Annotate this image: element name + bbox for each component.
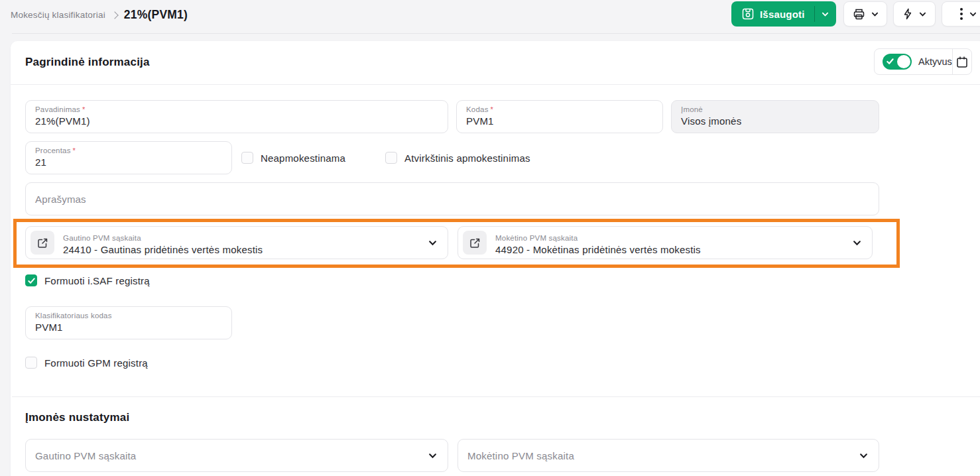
page-title: 21%(PVM1) xyxy=(124,8,188,22)
active-toggle[interactable] xyxy=(883,54,912,70)
save-button-main[interactable]: Išsaugoti xyxy=(731,1,814,27)
check-icon xyxy=(887,58,894,65)
section-divider xyxy=(12,396,980,397)
toggle-knob xyxy=(897,55,910,68)
checkbox-atvirkstinis[interactable]: Atvirkštinis apmokestinimas xyxy=(385,152,530,164)
moketino-pvm-dropdown[interactable]: Mokėtino PVM sąskaita 44920 - Mokėtinas … xyxy=(458,226,873,259)
breadcrumb-chevron-icon xyxy=(111,11,118,19)
gautino-pvm-value: 24410 - Gautinas pridėtinės vertės mokes… xyxy=(63,244,423,255)
actions-button[interactable] xyxy=(893,1,936,27)
calendar-icon xyxy=(956,56,968,68)
gautino-pvm-dropdown[interactable]: Gautino PVM sąskaita 24410 - Gautinas pr… xyxy=(25,226,448,259)
pavadinimas-value[interactable]: 21%(PVM1) xyxy=(35,115,438,127)
more-options-button[interactable] xyxy=(942,1,980,27)
status-pill: Aktyvus xyxy=(874,48,972,75)
main-section-title: Pagrindinė informacija xyxy=(25,56,150,69)
save-icon xyxy=(742,8,754,20)
active-toggle-label: Aktyvus xyxy=(918,56,952,67)
imone-value: Visos įmonės xyxy=(681,115,869,127)
checkbox-box[interactable] xyxy=(241,152,253,164)
checkbox-box[interactable] xyxy=(25,274,37,286)
klasifikatoriaus-kodas-field[interactable]: Klasifikatoriaus kodas PVM1 xyxy=(25,306,232,339)
check-icon xyxy=(28,277,35,284)
aprasymas-placeholder: Aprašymas xyxy=(35,194,86,205)
klasifikatoriaus-kodas-value[interactable]: PVM1 xyxy=(35,322,222,333)
printer-icon xyxy=(853,8,865,21)
form-card: Pagrindinė informacija Aktyvus Pavadinim… xyxy=(11,41,980,476)
checkbox-neapmokestinama[interactable]: Neapmokestinama xyxy=(241,152,345,164)
breadcrumb-parent-link[interactable]: Mokesčių klasifikatoriai xyxy=(11,10,105,20)
print-button[interactable] xyxy=(843,1,887,27)
checkbox-formuoti-gpm[interactable]: Formuoti GPM registrą xyxy=(25,357,148,369)
kodas-value[interactable]: PVM1 xyxy=(466,115,653,127)
tax-classifier-page: Mokesčių klasifikatoriai 21%(PVM1) Išsau… xyxy=(0,0,980,476)
top-bar: Mokesčių klasifikatoriai 21%(PVM1) Išsau… xyxy=(0,0,980,33)
required-mark: * xyxy=(491,105,493,113)
breadcrumb: Mokesčių klasifikatoriai 21%(PVM1) xyxy=(11,0,188,29)
topbar-divider xyxy=(12,33,980,34)
save-button[interactable]: Išsaugoti xyxy=(731,1,836,27)
required-mark: * xyxy=(73,147,76,154)
open-account-button[interactable] xyxy=(463,231,487,255)
aprasymas-field[interactable]: Aprašymas xyxy=(25,182,879,215)
pavadinimas-field[interactable]: Pavadinimas* 21%(PVM1) xyxy=(25,100,448,133)
checkbox-box[interactable] xyxy=(25,357,37,369)
procentas-value[interactable]: 21 xyxy=(35,156,222,168)
header-divider xyxy=(11,84,980,85)
checkbox-box[interactable] xyxy=(385,152,397,164)
company-section-title: Įmonės nustatymai xyxy=(25,411,129,424)
imone-field: Įmonė Visos įmonės xyxy=(671,100,879,133)
checkbox-formuoti-isaf[interactable]: Formuoti i.SAF registrą xyxy=(25,274,150,286)
company-moketino-pvm-dropdown[interactable]: Mokėtino PVM sąskaita xyxy=(458,439,879,472)
chevron-down-icon xyxy=(859,451,868,460)
chevron-down-icon xyxy=(428,239,437,247)
kodas-field[interactable]: Kodas* PVM1 xyxy=(456,100,663,133)
save-dropdown-toggle[interactable] xyxy=(814,1,836,27)
lightning-icon xyxy=(902,8,913,20)
company-gautino-pvm-dropdown[interactable]: Gautino PVM sąskaita xyxy=(25,439,448,472)
procentas-field[interactable]: Procentas* 21 xyxy=(25,141,232,174)
kebab-menu-icon xyxy=(959,7,963,21)
required-mark: * xyxy=(82,105,85,113)
moketino-pvm-value: 44920 - Mokėtinas pridėtinės vertės moke… xyxy=(495,244,847,255)
external-link-icon xyxy=(469,237,481,249)
chevron-down-icon xyxy=(853,239,861,247)
history-calendar-button[interactable] xyxy=(953,49,971,74)
open-account-button[interactable] xyxy=(31,231,54,255)
chevron-down-icon xyxy=(428,451,437,460)
external-link-icon xyxy=(37,237,48,249)
